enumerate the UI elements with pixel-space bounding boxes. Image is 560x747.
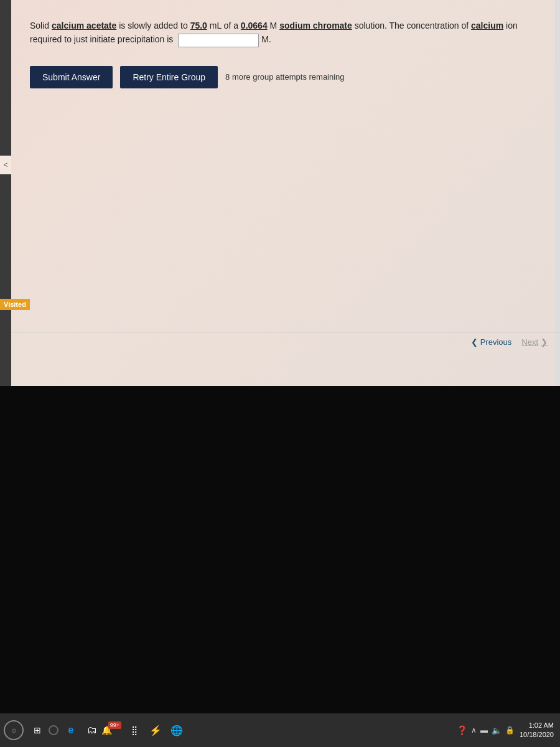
file-explorer-button[interactable]: 🗂 [82,720,102,740]
taskbar: ⊙ ⊞ e 🗂 🔔 99+ ⣿ ⚡ 🌐 ❓ ∧ ▬ 🔈 🔒 1:02 AM [0,713,560,747]
app-grid-button[interactable]: ⣿ [124,720,144,740]
bottom-navigation: ❮ Previous Next ❯ [11,332,560,352]
visited-label: Visited [0,299,30,310]
answer-input[interactable] [178,34,259,47]
task-view-icon: ⊞ [34,725,41,735]
chevron-right-nav-icon: ❯ [541,337,548,347]
sidebar-collapse-button[interactable]: < [0,156,11,174]
value-volume: 75.0 [190,21,207,31]
dark-background [0,386,560,713]
unit-ml: mL [210,21,222,31]
grid-icon: ⣿ [131,725,138,735]
attempts-remaining-text: 8 more group attempts remaining [225,72,344,82]
start-button[interactable]: ⊙ [4,720,24,740]
chevron-left-icon: < [3,161,7,169]
lock-icon[interactable]: 🔒 [505,726,515,735]
left-sidebar: < [0,0,11,386]
unit-M-end: M. [261,34,271,44]
volume-icon[interactable]: 🔈 [492,726,502,735]
unit-M: M [270,21,280,31]
buttons-row: Submit Answer Retry Entire Group 8 more … [30,66,541,88]
text3: of a [222,21,241,31]
notifications-button[interactable]: 🔔 99+ [103,720,123,740]
notification-badge: 99+ [108,721,121,729]
edge-icon: e [68,725,74,736]
chevron-left-nav-icon: ❮ [471,337,478,347]
next-label: Next [521,337,538,347]
folder-icon: 🗂 [87,725,97,736]
term-sodium-chromate: sodium chromate [279,21,352,31]
question-mark-icon[interactable]: ❓ [457,725,467,735]
cortana-button[interactable] [49,725,58,735]
submit-answer-button[interactable]: Submit Answer [30,66,113,88]
question-text: Solid calcium acetate is slowly added to… [30,19,541,47]
retry-entire-group-button[interactable]: Retry Entire Group [120,66,218,88]
network-icon[interactable]: ▬ [480,726,488,735]
term-calcium-acetate: calcium acetate [52,21,116,31]
term-calcium: calcium [471,21,503,31]
text4: solution. The concentration of [352,21,471,31]
content-area: Solid calcium acetate is slowly added to… [11,0,560,101]
text-before: Solid [30,21,52,31]
chevron-up-icon[interactable]: ∧ [471,726,477,735]
task-view-button[interactable]: ⊞ [27,720,47,740]
previous-button[interactable]: ❮ Previous [471,337,512,347]
lightning-icon: ⚡ [149,725,162,736]
edge-browser-button[interactable]: e [61,720,81,740]
start-icon: ⊙ [11,727,16,734]
system-tray: ❓ ∧ ▬ 🔈 🔒 [457,725,515,735]
value-molarity: 0.0664 [241,21,268,31]
chrome-browser-button[interactable]: 🌐 [167,720,187,740]
previous-label: Previous [480,337,512,347]
system-clock[interactable]: 1:02 AM 10/18/2020 [520,721,556,740]
clock-date: 10/18/2020 [520,730,554,740]
text2: is slowly added to [116,21,190,31]
clock-time: 1:02 AM [529,721,554,730]
chrome-icon: 🌐 [170,725,183,736]
next-button[interactable]: Next ❯ [521,337,548,347]
power-app-button[interactable]: ⚡ [146,720,166,740]
main-window: < Visited Solid calcium acetate is slowl… [0,0,560,386]
